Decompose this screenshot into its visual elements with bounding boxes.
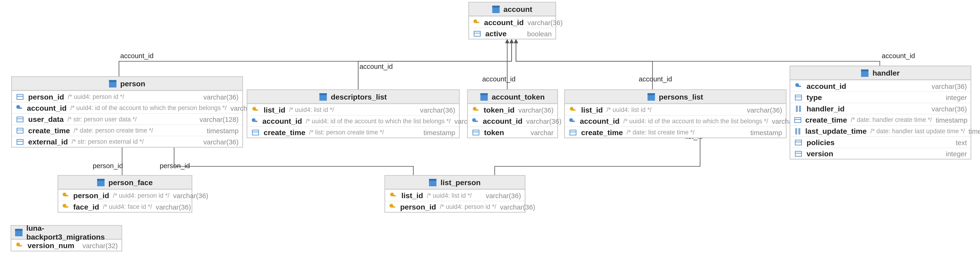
column-icon	[473, 30, 482, 37]
column-type: varchar(36)	[747, 106, 782, 114]
table-person-face[interactable]: person_face person_id /* uuid4: person i…	[57, 175, 192, 212]
column-row: person_id /* uuid4: person id */ varchar…	[58, 190, 192, 201]
column-type: varchar(36)	[526, 117, 562, 125]
column-name: person_id	[400, 202, 436, 211]
column-row: account_id varchar(36)	[790, 80, 970, 91]
table-header: persons_list	[565, 90, 786, 104]
column-comment: /* str: person external id */	[72, 138, 144, 145]
column-type: varchar(36)	[932, 105, 967, 112]
column-type: varchar(36)	[203, 93, 239, 100]
svg-rect-3	[476, 22, 479, 23]
svg-rect-52	[795, 128, 797, 134]
column-comment: /* uuid4: person id */	[113, 192, 169, 199]
column-row: account_id /* uuid4: id of the account t…	[12, 102, 242, 113]
table-header: list_person	[385, 176, 525, 190]
svg-rect-39	[572, 120, 575, 122]
column-type: varchar(36)	[173, 192, 208, 199]
column-type: timestamp	[207, 127, 239, 134]
column-icon	[16, 138, 24, 145]
column-type: timestamp	[750, 128, 782, 136]
column-row: list_id /* uuid4: list id */ varchar(36)	[385, 190, 525, 201]
table-account-token[interactable]: account_token token_id varchar(36) accou…	[467, 90, 558, 138]
svg-rect-21	[255, 109, 258, 110]
column-icon	[794, 150, 803, 157]
table-title: person	[120, 79, 145, 88]
column-icon	[472, 128, 480, 136]
column-name: face_id	[73, 202, 99, 211]
table-icon	[492, 5, 500, 13]
column-comment: /* date: person create time */	[74, 127, 153, 134]
column-comment: /* uuid4: id of the account to which the…	[306, 117, 451, 124]
column-type: timestamp	[423, 128, 455, 136]
table-persons-list[interactable]: persons_list list_id /* uuid4: list id *…	[564, 90, 787, 138]
column-type: varchar(36)	[156, 203, 191, 211]
edge-label-listperson-person: person_id	[160, 162, 190, 169]
column-comment: /* uuid4: list id */	[289, 106, 334, 113]
svg-rect-29	[475, 109, 478, 110]
column-name: version_num	[27, 241, 74, 250]
column-type: timestamp	[936, 116, 967, 124]
svg-rect-24	[253, 130, 259, 135]
column-row: type integer	[790, 91, 970, 103]
svg-rect-53	[799, 128, 800, 134]
svg-rect-35	[648, 93, 655, 95]
table-header: descriptors_list	[247, 90, 459, 104]
table-descriptors-list[interactable]: descriptors_list list_id /* uuid4: list …	[247, 90, 460, 138]
svg-rect-12	[17, 117, 23, 122]
table-account[interactable]: account account_id varchar(36) active bo…	[468, 2, 556, 39]
table-title: list_person	[441, 178, 481, 187]
column-type: varchar(36)	[519, 106, 554, 114]
column-icon	[16, 93, 24, 100]
pk-icon	[62, 192, 69, 199]
pk-icon	[389, 192, 398, 199]
table-header: account_token	[468, 90, 558, 104]
svg-rect-54	[795, 140, 802, 145]
table-person[interactable]: person person_id /* uuid4: person id */ …	[11, 76, 243, 147]
svg-rect-7	[109, 80, 116, 82]
column-name: handler_id	[807, 104, 845, 113]
column-row: create_time /* date: person create time …	[12, 124, 242, 136]
column-row: user_data /* str: person user data */ va…	[12, 113, 242, 124]
table-icon	[648, 93, 655, 100]
table-icon	[15, 228, 22, 236]
column-comment: /* uuid4: id of the account to which the…	[70, 105, 227, 111]
svg-rect-63	[65, 206, 68, 207]
column-type: integer	[946, 94, 967, 101]
column-type: varchar(128)	[200, 115, 239, 123]
column-icon	[251, 128, 260, 136]
edge-label-personslist-account: account_id	[639, 75, 672, 82]
column-name: create_time	[581, 128, 623, 137]
svg-rect-1	[492, 5, 500, 7]
column-type: varchar(36)	[500, 203, 535, 211]
column-row: account_id /* uuid4: id of the account t…	[247, 115, 459, 126]
column-name: list_id	[581, 105, 603, 114]
table-migrations[interactable]: luna-backport3_migrations version_num va…	[11, 225, 122, 251]
svg-rect-73	[19, 245, 22, 246]
column-name: list_id	[264, 105, 285, 114]
svg-rect-65	[429, 179, 437, 181]
column-name: type	[807, 93, 822, 101]
table-header: account	[469, 3, 555, 16]
column-name: list_id	[401, 191, 423, 200]
edge-label-personface-person: person_id	[93, 162, 123, 169]
column-row: external_id /* str: person external id *…	[12, 136, 242, 147]
pk-icon	[62, 203, 69, 211]
column-row: person_id /* uuid4: person id */ varchar…	[385, 201, 525, 212]
column-row: face_id /* uuid4: face id */ varchar(36)	[58, 201, 192, 212]
fk-icon	[568, 117, 576, 125]
column-comment: /* uuid4: id of the account to which the…	[623, 117, 768, 124]
column-row: list_id /* uuid4: list id */ varchar(36)	[247, 104, 459, 115]
edge-label-descriptors-account: account_id	[360, 63, 393, 70]
table-handler[interactable]: handler account_id varchar(36) type inte…	[790, 66, 971, 159]
table-list-person[interactable]: list_person list_id /* uuid4: list id */…	[385, 175, 525, 212]
column-type: varchar(36)	[528, 18, 563, 26]
fk-icon	[794, 82, 803, 90]
svg-rect-59	[97, 179, 105, 181]
table-icon	[320, 93, 327, 100]
column-type: boolean	[527, 30, 552, 37]
erd-canvas: account_id account_id account_id account…	[0, 0, 980, 260]
fk-icon	[472, 117, 479, 125]
column-row: token_id varchar(36)	[468, 104, 558, 115]
pk-icon	[568, 106, 578, 114]
svg-rect-45	[798, 86, 801, 87]
